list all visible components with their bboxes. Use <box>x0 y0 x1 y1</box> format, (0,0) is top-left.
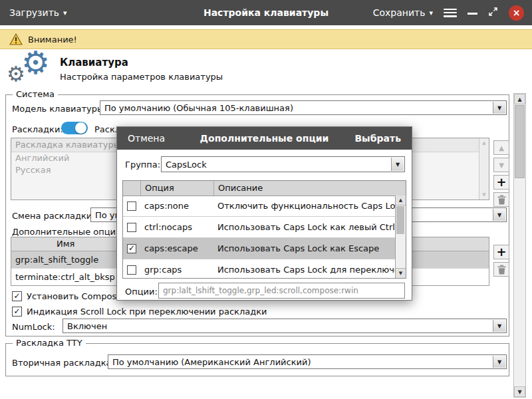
arrow-down-icon: ▼ <box>399 271 402 276</box>
load-button[interactable]: Загрузить ▾ <box>9 7 67 18</box>
numlock-label: NumLock: <box>12 322 55 332</box>
arrow-up-icon: ▲ <box>499 144 504 152</box>
model-label: Модель клавиатуры: <box>12 104 107 114</box>
compose-checkbox[interactable]: ✓ <box>12 291 22 301</box>
scroll-down-icon: ▼ <box>479 192 489 198</box>
cancel-button[interactable]: Отмена <box>128 133 165 144</box>
maximize-icon[interactable] <box>488 7 498 19</box>
layout-move-up-button[interactable]: ▲ <box>493 140 509 155</box>
layout-add-button[interactable]: + <box>493 175 509 190</box>
arrow-down-icon: ▼ <box>499 162 504 169</box>
scroll-down-button[interactable]: ▼ <box>396 268 406 278</box>
keyboard-settings-window: Настройка клавиатуры Загрузить ▾ Сохрани… <box>0 0 532 399</box>
modal-table-scrollbar[interactable]: ▲ ▼ <box>395 196 406 278</box>
options-input[interactable]: grp:lalt_lshift_toggle,grp_led:scroll,co… <box>158 283 405 299</box>
group-select-label: Группа: <box>125 160 160 170</box>
minimize-icon[interactable] <box>467 13 477 15</box>
row-checkbox[interactable]: ✓ <box>127 265 136 275</box>
scroll-up-icon: ▲ <box>479 140 489 146</box>
chevron-down-icon: ▾ <box>63 9 67 17</box>
main-scrollbar[interactable]: ▲ ▼ <box>513 93 526 398</box>
page-title: Клавиатура <box>60 57 128 68</box>
check-icon: ✓ <box>13 307 20 316</box>
warning-icon <box>9 33 23 45</box>
arrow-down-icon: ▼ <box>517 389 521 395</box>
dialog-header: Дополнительные опции Отмена Выбрать <box>117 127 412 150</box>
warning-text: Внимание! <box>28 35 77 45</box>
additional-options-dialog: Дополнительные опции Отмена Выбрать Груп… <box>116 126 412 301</box>
row-checkbox[interactable]: ✓ <box>127 201 136 211</box>
plus-icon: + <box>496 245 506 259</box>
keyboard-gears-icon: ⚙ ⚙ <box>8 53 55 89</box>
layout-delete-button[interactable] <box>493 192 509 207</box>
combo-arrow-icon: ▼ <box>493 102 505 114</box>
column-header-description: Описание <box>214 181 406 196</box>
scrollbar-thumb[interactable] <box>396 206 404 234</box>
check-icon: ✓ <box>13 291 20 301</box>
column-header-checkbox <box>123 181 141 196</box>
combo-arrow-icon: ▼ <box>391 158 404 171</box>
addopts-label: Дополнительные опции: <box>12 227 124 237</box>
scrolllock-checkbox[interactable]: ✓ <box>12 307 22 317</box>
arrow-up-icon: ▲ <box>517 96 521 102</box>
close-button[interactable]: × <box>509 5 524 21</box>
row-checkbox[interactable]: ✓ <box>127 244 136 253</box>
secondary-layout-label: Вторичная раскладка: <box>12 358 114 368</box>
page-subtitle: Настройка параметров клавиатуры <box>60 72 223 82</box>
trash-icon <box>497 195 506 205</box>
check-icon: ✓ <box>128 243 135 253</box>
save-button[interactable]: Сохранить ▾ <box>373 7 433 18</box>
gear-icon: ⚙ <box>21 47 50 78</box>
warning-banner: Внимание! <box>0 29 532 49</box>
plus-icon: + <box>496 175 506 189</box>
switch-label: Смена раскладки: <box>12 211 95 221</box>
combo-arrow-icon: ▼ <box>493 209 505 221</box>
layout-list-scrollbar[interactable]: ▲ ▼ <box>479 138 489 200</box>
secondary-layout-select[interactable]: По умолчанию (Американский Английский) ▼ <box>108 354 507 369</box>
group-system-legend: Система <box>13 89 58 99</box>
modal-table-header: Опция Описание <box>123 181 406 196</box>
numlock-select[interactable]: Включен ▼ <box>63 319 507 333</box>
scrollbar-thumb[interactable] <box>515 105 525 178</box>
layout-move-down-button[interactable]: ▼ <box>493 158 509 172</box>
option-delete-button[interactable] <box>493 262 509 277</box>
scroll-down-button[interactable]: ▼ <box>514 386 525 397</box>
layouts-label: Раскладки: <box>12 124 63 134</box>
menu-icon[interactable] <box>444 9 457 17</box>
compose-checkbox-label: Установить Compose <box>27 291 122 301</box>
scrolllock-checkbox-label: Индикация Scroll Lock при переключении р… <box>27 307 267 317</box>
close-icon: × <box>513 8 521 17</box>
table-row[interactable]: ✓ ctrl:nocaps Использовать Caps Lock как… <box>123 217 396 238</box>
arrow-up-icon: ▲ <box>399 198 402 203</box>
options-input-label: Опции: <box>125 287 158 297</box>
chevron-down-icon: ▾ <box>429 9 433 17</box>
select-button[interactable]: Выбрать <box>354 133 401 144</box>
table-row[interactable]: ✓ caps:escape Использовать Caps Lock как… <box>123 238 396 259</box>
table-row[interactable]: ✓ grp:caps Использовать Caps Lock для пе… <box>123 259 396 279</box>
group-select[interactable]: CapsLock ▼ <box>161 156 405 172</box>
row-checkbox[interactable]: ✓ <box>127 223 136 232</box>
group-tty-legend: Раскладка TTY <box>13 338 86 348</box>
gear-icon: ⚙ <box>7 64 25 84</box>
option-add-button[interactable]: + <box>493 245 509 259</box>
toggle-knob <box>75 122 86 134</box>
keyboard-model-select[interactable]: По умолчанию (Обычная 105-клавишная) ▼ <box>100 100 507 115</box>
table-row[interactable]: ✓ caps:none Отключить функциональность C… <box>123 196 396 217</box>
trash-icon <box>497 265 506 275</box>
title-bar: Настройка клавиатуры Загрузить ▾ Сохрани… <box>0 0 532 25</box>
modal-options-table: Опция Описание ✓ caps:none Отключить фун… <box>122 180 406 279</box>
scroll-up-button[interactable]: ▲ <box>514 94 525 104</box>
layouts-toggle[interactable] <box>61 122 88 134</box>
scroll-up-button[interactable]: ▲ <box>396 196 406 205</box>
combo-arrow-icon: ▼ <box>493 320 505 332</box>
combo-arrow-icon: ▼ <box>493 356 505 368</box>
column-header-option: Опция <box>141 181 214 196</box>
